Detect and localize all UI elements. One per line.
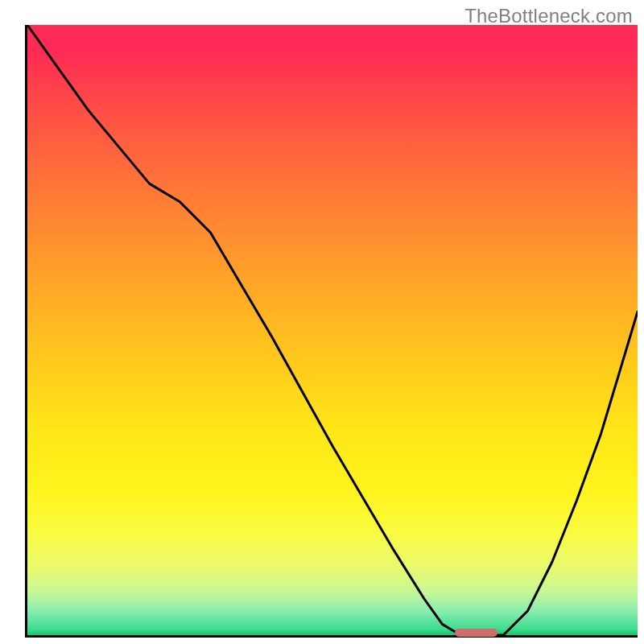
bottleneck-curve — [27, 25, 638, 635]
plot-area — [25, 25, 638, 638]
chart-container: TheBottleneck.com — [0, 0, 644, 644]
watermark-text: TheBottleneck.com — [464, 5, 633, 27]
optimum-marker — [455, 629, 497, 637]
